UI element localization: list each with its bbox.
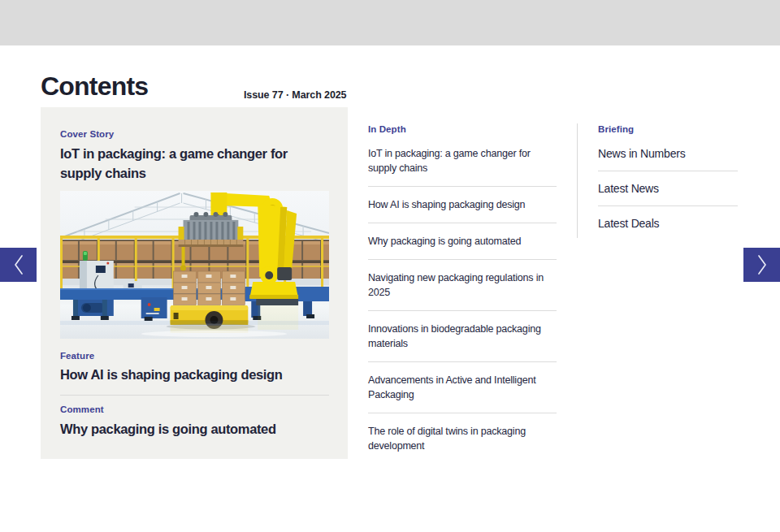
top-bar [0,0,780,45]
article-link[interactable]: Navigating new packaging regulations in … [368,260,557,311]
cover-story-title[interactable]: IoT in packaging: a game changer for sup… [60,144,329,183]
prev-page-button[interactable] [0,248,37,282]
in-depth-label: In Depth [368,123,557,135]
article-link[interactable]: Advancements in Active and Intelligent P… [368,362,557,413]
comment-label: Comment [60,404,329,415]
briefing-label: Briefing [598,123,738,135]
feature-title[interactable]: How AI is shaping packaging design [60,365,329,384]
column-divider [577,123,578,238]
article-link[interactable]: Why packaging is going automated [368,223,557,260]
briefing-link[interactable]: Latest Deals [598,206,738,240]
chevron-left-icon [13,254,24,275]
warehouse-photo-illustration [60,191,329,339]
briefing-section: Briefing News in Numbers Latest News Lat… [598,123,738,240]
article-link[interactable]: Innovations in biodegradable packaging m… [368,311,557,362]
briefing-link[interactable]: Latest News [598,171,738,206]
article-link[interactable]: IoT in packaging: a game changer for sup… [368,140,557,187]
briefing-link[interactable]: News in Numbers [598,140,738,171]
divider [60,395,329,396]
in-depth-section: In Depth IoT in packaging: a game change… [368,123,557,464]
cover-image-warehouse-robot[interactable] [60,191,329,339]
chevron-right-icon [756,254,768,275]
issue-date-label: Issue 77 · March 2025 [244,89,346,101]
in-depth-list: IoT in packaging: a game changer for sup… [368,140,557,464]
feature-label: Feature [60,350,329,361]
cover-panel: Cover Story IoT in packaging: a game cha… [41,107,348,459]
page-title: Contents [41,71,148,102]
article-link[interactable]: The role of digital twins in packaging d… [368,413,557,464]
article-link[interactable]: How AI is shaping packaging design [368,187,557,223]
next-page-button[interactable] [743,248,780,282]
cover-story-label: Cover Story [60,128,329,140]
briefing-list: News in Numbers Latest News Latest Deals [598,140,738,240]
comment-title[interactable]: Why packaging is going automated [60,419,329,439]
contents-page: Contents Issue 77 · March 2025 Cover Sto… [0,0,780,532]
